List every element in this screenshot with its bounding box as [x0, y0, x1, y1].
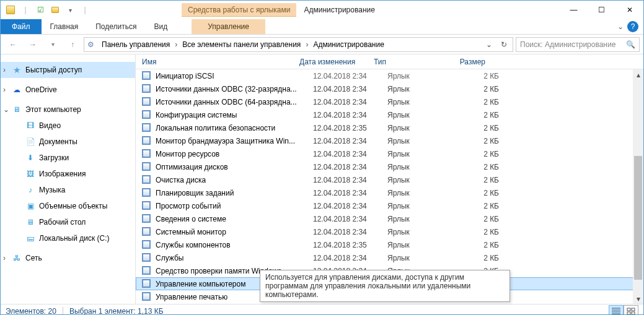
list-item[interactable]: Сведения о системе12.04.2018 2:34Ярлык2 …	[136, 212, 633, 225]
item-type: Ярлык	[387, 241, 462, 249]
sidebar-item[interactable]: 📄Документы	[1, 134, 135, 150]
sidebar-item[interactable]: ▣Объемные объекты	[1, 198, 135, 214]
shortcut-icon	[142, 97, 152, 107]
item-name: Монитор брандмауэра Защитника Win...	[156, 137, 313, 145]
item-type: Ярлык	[387, 254, 462, 262]
shortcut-icon	[142, 110, 152, 120]
folder-icon: 🖴	[25, 233, 35, 243]
list-item[interactable]: Монитор ресурсов12.04.2018 2:34Ярлык2 КБ	[136, 147, 633, 160]
view-details-button[interactable]	[609, 305, 624, 315]
list-item[interactable]: Планировщик заданий12.04.2018 2:34Ярлык2…	[136, 186, 633, 199]
sidebar-item[interactable]: 🖥Рабочий стол	[1, 214, 135, 230]
sidebar-item[interactable]: 🎞Видео	[1, 118, 135, 134]
tab-manage[interactable]: Управление	[192, 19, 265, 34]
network-icon: 🖧	[12, 253, 22, 263]
expander-icon[interactable]: ⌄	[3, 105, 9, 114]
list-item[interactable]: Инициатор iSCSI12.04.2018 2:34Ярлык2 КБ	[136, 69, 633, 82]
scroll-thumb[interactable]	[634, 156, 642, 280]
item-type: Ярлык	[387, 189, 462, 197]
item-type: Ярлык	[387, 176, 462, 184]
help-icon[interactable]: ?	[627, 21, 638, 32]
item-modified: 12.04.2018 2:34	[313, 85, 387, 93]
new-folder-icon[interactable]	[48, 3, 62, 17]
scroll-up-icon[interactable]: ▴	[633, 69, 643, 80]
nav-back-button[interactable]	[4, 36, 22, 53]
expander-icon[interactable]: ›	[3, 66, 6, 74]
file-list: Имя Дата изменения Тип Размер Инициатор …	[136, 54, 643, 304]
search-input[interactable]: Поиск: Администрирование 🔍	[516, 37, 640, 52]
item-size: 2 КБ	[462, 137, 499, 145]
sidebar-onedrive[interactable]: › ☁ OneDrive	[1, 82, 135, 98]
item-size: 2 КБ	[462, 163, 499, 171]
sidebar-item[interactable]: ♪Музыка	[1, 182, 135, 198]
sidebar-item-label: Быстрый доступ	[25, 66, 82, 74]
ribbon-expand-icon[interactable]: ⌄	[617, 22, 624, 31]
item-type: Ярлык	[387, 150, 462, 158]
sidebar-item[interactable]: ⬇Загрузки	[1, 150, 135, 166]
sidebar-item[interactable]: 🖴Локальный диск (C:)	[1, 230, 135, 246]
minimize-button[interactable]: —	[560, 1, 588, 19]
item-modified: 12.04.2018 2:34	[313, 202, 387, 210]
sidebar-item-label: Рабочий стол	[39, 218, 86, 227]
tab-share[interactable]: Поделиться	[87, 19, 145, 34]
location-icon: ⚙	[86, 40, 95, 50]
item-modified: 12.04.2018 2:34	[313, 215, 387, 223]
sidebar-item-label: Локальный диск (C:)	[39, 234, 110, 243]
list-item[interactable]: Просмотр событий12.04.2018 2:34Ярлык2 КБ	[136, 199, 633, 212]
list-item[interactable]: Локальная политика безопасности12.04.201…	[136, 121, 633, 134]
col-type-header[interactable]: Тип	[374, 58, 448, 66]
sidebar-item-label: Загрузки	[39, 153, 69, 162]
scroll-down-icon[interactable]: ▾	[633, 293, 643, 304]
close-button[interactable]: ✕	[615, 1, 643, 19]
address-dropdown-icon[interactable]: ⌄	[482, 38, 496, 51]
list-item[interactable]: Оптимизация дисков12.04.2018 2:34Ярлык2 …	[136, 160, 633, 173]
search-icon[interactable]: 🔍	[626, 40, 635, 49]
col-size-header[interactable]: Размер	[448, 58, 485, 66]
qat-sep2: |	[78, 3, 92, 17]
shortcut-icon	[142, 253, 152, 263]
item-type: Ярлык	[387, 215, 462, 223]
breadcrumb[interactable]: Все элементы панели управления	[180, 40, 311, 49]
expander-icon[interactable]: ›	[3, 85, 6, 94]
breadcrumb[interactable]: Панель управления	[99, 40, 180, 49]
list-item[interactable]: Очистка диска12.04.2018 2:34Ярлык2 КБ	[136, 173, 633, 186]
view-icons-button[interactable]	[624, 305, 638, 315]
breadcrumb[interactable]: Администрирование	[311, 40, 391, 49]
sidebar-network[interactable]: › 🖧 Сеть	[1, 250, 135, 266]
list-item[interactable]: Службы компонентов12.04.2018 2:35Ярлык2 …	[136, 238, 633, 251]
list-item[interactable]: Службы12.04.2018 2:34Ярлык2 КБ	[136, 251, 633, 264]
item-size: 2 КБ	[462, 150, 499, 158]
folder-icon: 🖥	[25, 217, 35, 227]
list-item[interactable]: Источники данных ODBC (64-разрядна...12.…	[136, 95, 633, 108]
tab-file[interactable]: Файл	[1, 19, 42, 34]
col-name-header[interactable]: Имя	[138, 58, 299, 66]
item-name: Конфигурация системы	[156, 111, 313, 119]
shortcut-icon	[142, 123, 152, 133]
address-bar[interactable]: ⚙ Панель управления Все элементы панели …	[84, 37, 513, 52]
sidebar-item[interactable]: 🖼Изображения	[1, 166, 135, 182]
shortcut-icon	[142, 227, 152, 237]
item-size: 2 КБ	[462, 85, 499, 93]
maximize-button[interactable]: ☐	[588, 1, 615, 19]
folder-icon: ♪	[25, 185, 35, 195]
nav-up-button[interactable]: ↑	[64, 36, 81, 53]
col-modified-header[interactable]: Дата изменения	[299, 58, 374, 66]
sidebar-quick-access[interactable]: › ★ Быстрый доступ	[1, 62, 135, 78]
refresh-icon[interactable]: ↻	[496, 38, 511, 51]
vertical-scrollbar[interactable]: ▴ ▾	[633, 69, 643, 304]
tab-home[interactable]: Главная	[42, 19, 87, 34]
list-item[interactable]: Монитор брандмауэра Защитника Win...12.0…	[136, 134, 633, 147]
tab-view[interactable]: Вид	[145, 19, 176, 34]
list-item[interactable]: Системный монитор12.04.2018 2:34Ярлык2 К…	[136, 225, 633, 238]
nav-recent-button[interactable]: ▾	[44, 36, 61, 53]
nav-forward-button[interactable]	[24, 36, 42, 53]
shortcut-icon	[142, 188, 152, 198]
sidebar-this-pc[interactable]: ⌄ 🖥 Этот компьютер	[1, 101, 135, 118]
item-type: Ярлык	[387, 163, 462, 171]
properties-icon[interactable]: ☑	[33, 3, 47, 17]
item-type: Ярлык	[387, 137, 462, 145]
qat-menu-icon[interactable]: ▾	[63, 3, 77, 17]
list-item[interactable]: Источники данных ODBC (32-разрядна...12.…	[136, 82, 633, 95]
expander-icon[interactable]: ›	[3, 254, 6, 262]
list-item[interactable]: Конфигурация системы12.04.2018 2:34Ярлык…	[136, 108, 633, 121]
